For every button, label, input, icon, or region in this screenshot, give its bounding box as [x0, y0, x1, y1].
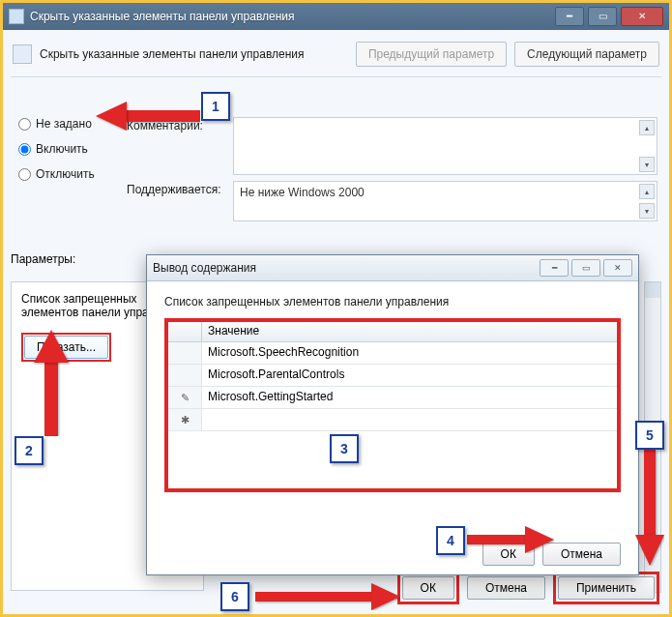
supported-textbox: Не ниже Windows 2000 ▴ ▾: [233, 181, 657, 221]
dialog-title: Вывод содержания: [153, 261, 537, 275]
row-marker-new-icon: [168, 409, 202, 430]
radio-not-configured-input[interactable]: [18, 118, 31, 131]
table-row[interactable]: Microsoft.GettingStarted: [168, 387, 617, 409]
state-radio-group: Не задано Включить Отключить: [18, 117, 95, 181]
annotation-4: 4: [436, 526, 465, 555]
grid-highlight: Значение Microsoft.SpeechRecognition Mic…: [164, 318, 621, 492]
subtitle-row: Скрыть указанные элементы панели управле…: [11, 38, 661, 77]
dialog-footer: ОК Отмена Применить: [397, 572, 659, 604]
table-row[interactable]: Microsoft.ParentalControls: [168, 365, 617, 387]
radio-not-configured[interactable]: Не задано: [18, 117, 95, 131]
dialog-heading: Список запрещенных элементов панели упра…: [164, 295, 621, 308]
svg-marker-9: [371, 583, 400, 610]
row-marker: [168, 342, 202, 364]
comment-textbox[interactable]: ▴ ▾: [233, 117, 657, 175]
close-button[interactable]: [621, 7, 663, 26]
annotation-5: 5: [635, 421, 664, 450]
supported-label: Поддерживается:: [127, 181, 233, 196]
policy-icon: [13, 44, 32, 64]
dialog-maximize-button[interactable]: ▭: [571, 259, 600, 277]
dialog-minimize-button[interactable]: ━: [540, 259, 569, 277]
grid-header: Значение: [168, 322, 617, 342]
comment-scroll-down-icon[interactable]: ▾: [639, 157, 655, 172]
annotation-6: 6: [220, 582, 249, 611]
arrow-6: [255, 583, 400, 610]
supported-value: Не ниже Windows 2000: [240, 186, 365, 199]
svg-marker-1: [96, 102, 127, 131]
radio-not-configured-label: Не задано: [36, 117, 92, 131]
svg-rect-8: [255, 592, 373, 602]
ok-button[interactable]: ОК: [402, 576, 454, 600]
dialog-ok-button[interactable]: ОК: [482, 543, 535, 566]
ok-button-highlight: ОК: [397, 572, 459, 604]
window-title: Скрыть указанные элементы панели управле…: [30, 10, 555, 23]
row-value[interactable]: Microsoft.GettingStarted: [202, 387, 617, 408]
radio-disabled-label: Отключить: [36, 167, 95, 181]
dialog-titlebar: Вывод содержания ━ ▭ ✕: [147, 255, 638, 281]
row-value-empty[interactable]: [202, 409, 617, 430]
dialog-close-button[interactable]: ✕: [603, 259, 632, 277]
row-marker: [168, 365, 202, 386]
annotation-3: 3: [330, 434, 359, 463]
titlebar: Скрыть указанные элементы панели управле…: [3, 3, 669, 30]
next-setting-button[interactable]: Следующий параметр: [514, 42, 659, 67]
cancel-button[interactable]: Отмена: [467, 576, 545, 600]
apply-button-highlight: Применить: [553, 572, 659, 604]
row-value[interactable]: Microsoft.SpeechRecognition: [202, 342, 617, 364]
annotation-1: 1: [201, 92, 230, 121]
radio-disabled[interactable]: Отключить: [18, 167, 95, 181]
maximize-button[interactable]: [588, 7, 617, 26]
minimize-button[interactable]: [555, 7, 584, 26]
row-value[interactable]: Microsoft.ParentalControls: [202, 365, 617, 386]
table-row-new[interactable]: [168, 409, 617, 431]
comment-scroll-up-icon[interactable]: ▴: [639, 120, 655, 135]
grid-header-value: Значение: [202, 322, 617, 341]
radio-enabled-label: Включить: [36, 142, 88, 156]
subtitle-text: Скрыть указанные элементы панели управле…: [40, 47, 348, 61]
show-contents-dialog: Вывод содержания ━ ▭ ✕ Список запрещенны…: [146, 254, 639, 575]
parameters-heading: Параметры:: [11, 252, 75, 266]
supported-scroll-up-icon[interactable]: ▴: [639, 184, 655, 199]
apply-button[interactable]: Применить: [558, 576, 655, 600]
radio-enabled-input[interactable]: [18, 143, 31, 156]
show-button[interactable]: Показать...: [24, 336, 108, 359]
radio-enabled[interactable]: Включить: [18, 142, 95, 156]
previous-setting-button[interactable]: Предыдущий параметр: [356, 42, 507, 67]
dialog-cancel-button[interactable]: Отмена: [542, 543, 621, 566]
table-row[interactable]: Microsoft.SpeechRecognition: [168, 342, 617, 365]
values-grid[interactable]: Значение Microsoft.SpeechRecognition Mic…: [168, 322, 617, 488]
supported-scroll-down-icon[interactable]: ▾: [639, 203, 655, 219]
radio-disabled-input[interactable]: [18, 168, 31, 181]
row-marker-edit-icon: [168, 387, 202, 408]
grid-header-rowmarker: [168, 322, 202, 341]
show-button-highlight: Показать...: [21, 333, 111, 362]
annotation-2: 2: [15, 436, 44, 465]
annotation-6-group: 6: [220, 582, 400, 611]
window-icon: [9, 9, 24, 24]
